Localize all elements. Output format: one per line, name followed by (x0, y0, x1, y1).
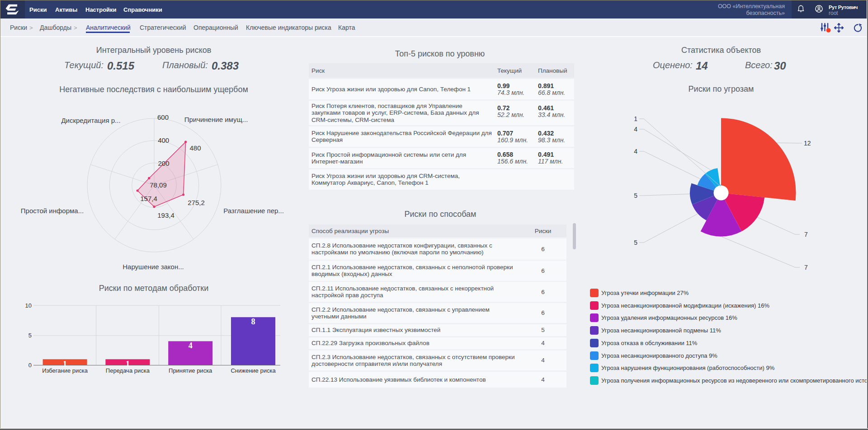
svg-text:400: 400 (158, 136, 169, 144)
svg-text:Простой информа...: Простой информа... (21, 207, 84, 215)
svg-text:5: 5 (28, 332, 32, 339)
svg-text:5: 5 (634, 239, 637, 246)
svg-text:4: 4 (634, 148, 637, 155)
svg-text:5: 5 (634, 192, 637, 199)
svg-text:4: 4 (634, 126, 637, 133)
svg-text:480: 480 (189, 144, 201, 152)
svg-text:Причинение имущ...: Причинение имущ... (184, 116, 248, 123)
svg-text:Разглашение пер...: Разглашение пер... (223, 207, 284, 215)
svg-text:Дискредитация р...: Дискредитация р... (61, 117, 120, 124)
svg-text:Нарушение закон...: Нарушение закон... (123, 263, 184, 271)
svg-text:7: 7 (804, 264, 808, 271)
svg-text:8: 8 (251, 317, 255, 326)
svg-text:275,2: 275,2 (188, 199, 205, 206)
svg-text:10: 10 (25, 302, 32, 309)
svg-text:193,4: 193,4 (157, 211, 175, 219)
svg-text:4: 4 (189, 341, 193, 350)
svg-text:200: 200 (158, 159, 169, 167)
svg-text:1: 1 (634, 115, 637, 122)
svg-text:78,09: 78,09 (150, 181, 167, 189)
svg-text:0: 0 (28, 362, 32, 369)
svg-text:Принятие риска: Принятие риска (169, 367, 212, 374)
svg-text:157,4: 157,4 (140, 195, 157, 202)
svg-text:7: 7 (804, 231, 808, 238)
svg-text:Снижение риска: Снижение риска (231, 367, 276, 374)
svg-text:Избегание риска: Избегание риска (42, 367, 88, 374)
svg-text:600: 600 (157, 113, 169, 121)
svg-text:Передача риска: Передача риска (106, 367, 150, 374)
svg-text:12: 12 (804, 140, 811, 147)
